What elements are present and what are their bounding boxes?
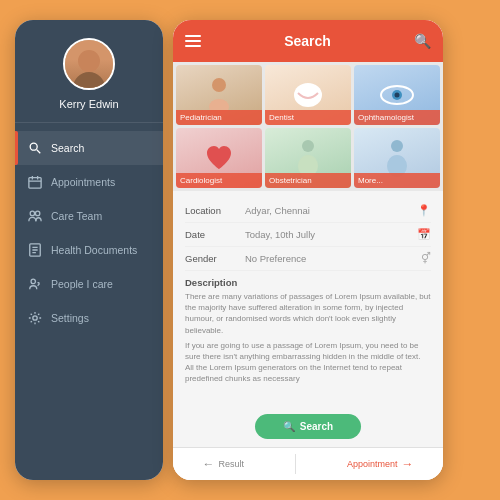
location-row: Location Adyar, Chennai 📍 bbox=[185, 199, 431, 223]
left-phone: Kerry Edwin Search Appointments bbox=[15, 20, 163, 480]
document-icon bbox=[27, 242, 43, 258]
location-value: Adyar, Chennai bbox=[245, 205, 417, 216]
specialty-card-dentist[interactable]: Dentist bbox=[265, 65, 351, 125]
specialty-grid: Pediatrician Dentist Ophthamologist bbox=[173, 62, 443, 191]
gender-value: No Preference bbox=[245, 253, 421, 264]
sidebar-item-care-team-label: Care Team bbox=[51, 210, 102, 222]
date-label: Date bbox=[185, 229, 245, 240]
calendar-icon bbox=[27, 174, 43, 190]
specialty-card-more[interactable]: More... bbox=[354, 128, 440, 188]
avatar-image bbox=[65, 40, 113, 88]
right-phone-inner: Search 🔍 Pediatrician Dentist bbox=[173, 20, 443, 480]
description-text1: There are many variations of passages of… bbox=[185, 291, 431, 336]
svg-point-6 bbox=[30, 211, 34, 215]
specialty-card-pediatrician[interactable]: Pediatrician bbox=[176, 65, 262, 125]
sidebar-item-health-docs-label: Health Documents bbox=[51, 244, 137, 256]
svg-point-7 bbox=[35, 211, 39, 215]
sidebar-profile: Kerry Edwin bbox=[15, 20, 163, 123]
svg-point-12 bbox=[31, 279, 35, 283]
header-search-icon[interactable]: 🔍 bbox=[414, 33, 431, 49]
bottom-bar: ← Result Appointment → bbox=[173, 447, 443, 480]
appointment-label: Appointment bbox=[347, 459, 398, 469]
avatar bbox=[63, 38, 115, 90]
svg-point-22 bbox=[391, 140, 403, 152]
result-label: Result bbox=[218, 459, 244, 469]
sidebar-item-people-label: People I care bbox=[51, 278, 113, 290]
description-text2: If you are going to use a passage of Lor… bbox=[185, 340, 431, 385]
gender-label: Gender bbox=[185, 253, 245, 264]
search-form: Location Adyar, Chennai 📍 Date Today, 10… bbox=[173, 191, 443, 406]
date-row: Date Today, 10th Jully 📅 bbox=[185, 223, 431, 247]
description-label: Description bbox=[185, 277, 431, 288]
specialty-label-ophthamologist: Ophthamologist bbox=[354, 110, 440, 125]
forward-arrow-icon: → bbox=[401, 457, 413, 471]
specialty-card-obstetrician[interactable]: Obstetrician bbox=[265, 128, 351, 188]
header-title: Search bbox=[284, 33, 331, 49]
bottom-bar-result[interactable]: ← Result bbox=[194, 455, 252, 473]
gender-row: Gender No Preference ⚥ bbox=[185, 247, 431, 271]
specialty-label-obstetrician: Obstetrician bbox=[265, 173, 351, 188]
sidebar-item-search-label: Search bbox=[51, 142, 84, 154]
bottom-bar-divider bbox=[295, 454, 296, 474]
sidebar-item-care-team[interactable]: Care Team bbox=[15, 199, 163, 233]
bottom-bar-appointment[interactable]: Appointment → bbox=[339, 455, 422, 473]
sidebar-item-appointments[interactable]: Appointments bbox=[15, 165, 163, 199]
svg-point-14 bbox=[212, 78, 226, 92]
profile-name: Kerry Edwin bbox=[59, 98, 118, 110]
sidebar-item-settings-label: Settings bbox=[51, 312, 89, 324]
sidebar-item-appointments-label: Appointments bbox=[51, 176, 115, 188]
location-icon: 📍 bbox=[417, 204, 431, 217]
svg-point-20 bbox=[302, 140, 314, 152]
heart-people-icon bbox=[27, 276, 43, 292]
specialty-label-pediatrician: Pediatrician bbox=[176, 110, 262, 125]
specialty-card-ophthamologist[interactable]: Ophthamologist bbox=[354, 65, 440, 125]
svg-point-16 bbox=[294, 83, 322, 107]
specialty-card-cardiologist[interactable]: Cardiologist bbox=[176, 128, 262, 188]
sidebar-menu: Search Appointments Care Team bbox=[15, 123, 163, 480]
settings-icon bbox=[27, 310, 43, 326]
svg-point-19 bbox=[395, 93, 400, 98]
calendar-form-icon: 📅 bbox=[417, 228, 431, 241]
location-label: Location bbox=[185, 205, 245, 216]
search-icon bbox=[27, 140, 43, 156]
specialty-label-dentist: Dentist bbox=[265, 110, 351, 125]
sidebar-item-search[interactable]: Search bbox=[15, 131, 163, 165]
sidebar-item-health-documents[interactable]: Health Documents bbox=[15, 233, 163, 267]
date-value: Today, 10th Jully bbox=[245, 229, 417, 240]
app-container: Kerry Edwin Search Appointments bbox=[0, 0, 500, 500]
people-icon bbox=[27, 208, 43, 224]
svg-line-1 bbox=[37, 150, 41, 154]
search-button[interactable]: 🔍 Search bbox=[255, 414, 361, 439]
back-arrow-icon: ← bbox=[202, 457, 214, 471]
search-btn-icon: 🔍 bbox=[283, 421, 295, 432]
svg-rect-2 bbox=[29, 178, 41, 189]
specialty-label-more: More... bbox=[354, 173, 440, 188]
right-phone: Search 🔍 Pediatrician Dentist bbox=[173, 20, 443, 480]
sidebar-item-people-i-care[interactable]: People I care bbox=[15, 267, 163, 301]
sidebar-item-settings[interactable]: Settings bbox=[15, 301, 163, 335]
gender-icon: ⚥ bbox=[421, 252, 431, 265]
sidebar: Kerry Edwin Search Appointments bbox=[15, 20, 163, 480]
specialty-label-cardiologist: Cardiologist bbox=[176, 173, 262, 188]
hamburger-icon[interactable] bbox=[185, 35, 201, 47]
svg-point-0 bbox=[30, 143, 37, 150]
svg-point-13 bbox=[33, 316, 37, 320]
search-button-row: 🔍 Search bbox=[173, 406, 443, 447]
right-header: Search 🔍 bbox=[173, 20, 443, 62]
search-btn-label: Search bbox=[300, 421, 333, 432]
